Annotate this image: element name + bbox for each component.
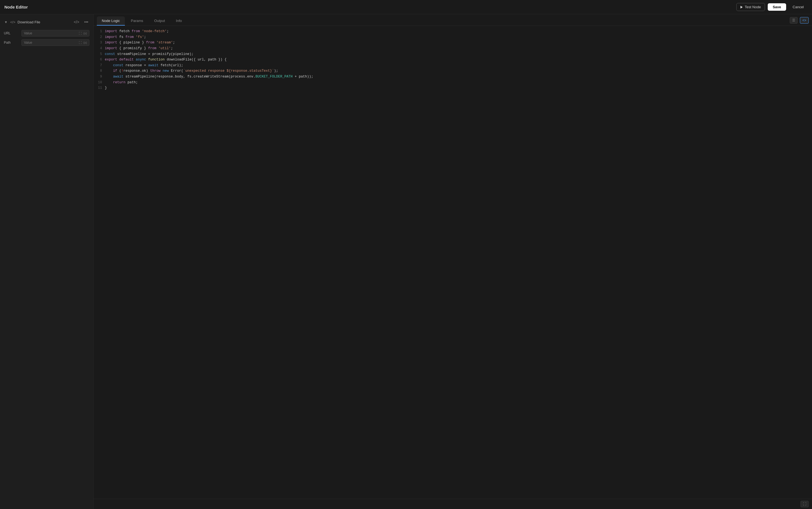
path-param-row: Path ⛶ (x)	[0, 38, 93, 47]
path-label: Path	[4, 41, 19, 44]
save-button[interactable]: Save	[768, 3, 786, 11]
editor-bottom-bar: ⛶	[94, 499, 812, 509]
code-line: import fetch from 'node-fetch';	[105, 29, 812, 34]
tab-node-logic[interactable]: Node Logic	[97, 16, 125, 26]
code-line: import fs from 'fs';	[105, 34, 812, 40]
line-number: 2	[98, 34, 102, 40]
code-line: }	[105, 85, 812, 91]
line-number: 4	[98, 46, 102, 52]
line-number: 3	[98, 40, 102, 46]
app-title: Node Editor	[4, 5, 28, 9]
header-actions: Test Node Save Cancel	[736, 3, 808, 11]
expand-icon-url[interactable]: ⛶	[79, 32, 82, 35]
clear-icon-url[interactable]: (x)	[83, 32, 87, 35]
sidebar-node-left: ▾ </> Download File	[4, 19, 40, 25]
collapse-icon[interactable]: ▾	[4, 19, 8, 25]
code-line: if (!response.ok) throw new Error(`unexp…	[105, 68, 812, 74]
clear-icon-path[interactable]: (x)	[83, 41, 87, 44]
tab-output[interactable]: Output	[149, 16, 170, 26]
url-label: URL	[4, 31, 19, 35]
line-numbers: 1234567891011	[94, 29, 105, 496]
path-input-wrapper: ⛶ (x)	[22, 39, 89, 46]
code-line: import { pipeline } from 'stream';	[105, 40, 812, 46]
tab-bar-right: ☰ <>	[790, 17, 809, 25]
view-code-btn[interactable]: <>	[800, 17, 809, 24]
play-icon	[741, 6, 743, 8]
code-line: await streamPipeline(response.body, fs.c…	[105, 74, 812, 80]
line-number: 1	[98, 29, 102, 34]
line-number: 11	[98, 85, 102, 91]
line-number: 7	[98, 63, 102, 68]
view-panel-btn[interactable]: ☰	[790, 17, 798, 24]
fullscreen-btn[interactable]: ⛶	[801, 501, 809, 507]
code-icon: </>	[10, 20, 15, 24]
test-node-button[interactable]: Test Node	[736, 3, 765, 11]
url-input-wrapper: ⛶ (x)	[22, 30, 89, 37]
tab-params[interactable]: Params	[126, 16, 148, 26]
tab-info[interactable]: Info	[171, 16, 187, 26]
header: Node Editor Test Node Save Cancel	[0, 0, 812, 14]
line-number: 10	[98, 80, 102, 86]
sidebar-code-btn[interactable]: </>	[73, 19, 80, 25]
code-line: const streamPipeline = promisify(pipelin…	[105, 52, 812, 57]
expand-icon-path[interactable]: ⛶	[79, 41, 82, 44]
sidebar-more-btn[interactable]: •••	[83, 19, 89, 25]
url-param-row: URL ⛶ (x)	[0, 29, 93, 38]
tab-bar: Node Logic Params Output Info ☰ <>	[94, 14, 812, 26]
sidebar: ▾ </> Download File </> ••• URL ⛶ (x) Pa…	[0, 14, 94, 509]
sidebar-node-right: </> •••	[73, 19, 89, 25]
main-layout: ▾ </> Download File </> ••• URL ⛶ (x) Pa…	[0, 14, 812, 509]
editor-area[interactable]: 1234567891011 import fetch from 'node-fe…	[94, 26, 812, 499]
code-content[interactable]: import fetch from 'node-fetch';import fs…	[105, 29, 812, 496]
line-number: 6	[98, 57, 102, 63]
right-panel: Node Logic Params Output Info ☰ <> 12345…	[94, 14, 812, 509]
line-number: 8	[98, 68, 102, 74]
code-line: import { promisify } from 'util';	[105, 46, 812, 52]
path-input[interactable]	[24, 41, 77, 44]
url-input[interactable]	[24, 31, 77, 35]
sidebar-node-header: ▾ </> Download File </> •••	[0, 18, 93, 26]
line-number: 9	[98, 74, 102, 80]
line-number: 5	[98, 52, 102, 57]
tab-list: Node Logic Params Output Info	[97, 16, 187, 26]
code-line: return path;	[105, 80, 812, 86]
node-name: Download File	[18, 20, 40, 24]
code-line: export default async function downloadFi…	[105, 57, 812, 63]
code-line: const response = await fetch(url);	[105, 63, 812, 68]
cancel-button[interactable]: Cancel	[789, 3, 808, 11]
